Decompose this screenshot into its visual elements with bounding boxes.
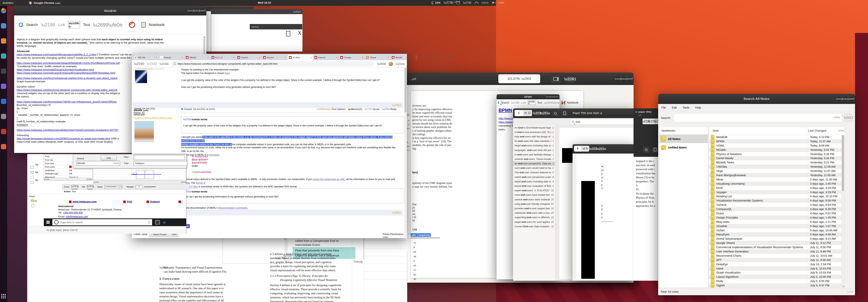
- notebook-button[interactable]: Notebook: [149, 23, 164, 27]
- search-result-item[interactable]: target end-users including data scient…1: [513, 143, 555, 148]
- minimize-icon[interactable]: \u2212: [616, 77, 620, 81]
- note-row[interactable]: BiDaML TasksYesterday, 5:21 PM: [709, 160, 844, 165]
- search-icon[interactable]: [643, 146, 650, 153]
- search-icon[interactable]: [551, 110, 559, 116]
- tab-travers[interactable]: ▤travers×: [262, 55, 287, 60]
- no-entry-icon[interactable]: [129, 22, 135, 28]
- tab-re-re[interactable]: MRE: Re×: [133, 55, 159, 60]
- back-icon[interactable]: \u2190: [134, 62, 144, 66]
- property-row[interactable]: UnderlineOff: [44, 169, 92, 172]
- link-button[interactable]: Link: [58, 23, 65, 27]
- search-result-item[interactable]: provides end-to-end support betwee…10: [513, 206, 555, 211]
- note-row[interactable]: VegaYesterday, 11:07 AM: [709, 169, 844, 173]
- search-result-item[interactable]: for end-users like data scientists, for …: [513, 139, 555, 143]
- minimize-icon[interactable]: \u2212: [837, 97, 841, 101]
- minimize-icon[interactable]: \u2212: [422, 56, 430, 59]
- menu-file[interactable]: File: [661, 106, 666, 109]
- extension-tray-icon[interactable]: \u2756: [463, 1, 471, 4]
- search-result-item[interactable]: supporting end-users in different do…10: [513, 215, 555, 220]
- search-result-item[interactable]: several end-users were undertaken to…10: [513, 197, 555, 202]
- filter-input[interactable]: [134, 155, 185, 160]
- scroll-down-icon[interactable]: \u25be: [842, 286, 845, 287]
- note-row[interactable]: UWDataYesterday, 11:08 AM: [709, 165, 844, 169]
- page-number-input[interactable]: 1: [515, 110, 523, 116]
- note-row[interactable]: DIVE3 days ago, 3:29 PM: [709, 186, 844, 190]
- format-link[interactable]: format of: [196, 181, 206, 184]
- page-number-input[interactable]: 4: [574, 146, 581, 152]
- close-icon[interactable]: \u00d7: [293, 10, 301, 13]
- text-button[interactable]: Text: [83, 23, 90, 27]
- chrome-menu-icon[interactable]: \u22ee: [396, 62, 405, 65]
- avatar[interactable]: [389, 62, 393, 66]
- search-result-item[interactable]: useful end-user perspective evaluatio…9: [513, 175, 555, 179]
- menu-edit[interactable]: Edit: [672, 106, 677, 109]
- maximize-icon[interactable]: \u25a1: [843, 97, 847, 101]
- gear-icon[interactable]: \u2699\ufe0e: [544, 101, 560, 104]
- text-style-icon[interactable]: a\u1d9c b: [528, 100, 535, 105]
- scrollbar[interactable]: \u25be: [841, 135, 844, 288]
- note-link[interactable]: https://www.metacase.com/forums/traversa…: [17, 77, 117, 79]
- tab-close-icon[interactable]: ×: [156, 56, 157, 59]
- tab-close-icon[interactable]: ×: [182, 56, 183, 59]
- sidebar-toggle-icon[interactable]: [651, 146, 659, 153]
- search-icon[interactable]: [498, 101, 499, 104]
- search-result-item[interactable]: most end-users have limited technica…10: [513, 193, 555, 197]
- note-row[interactable]: GgplotJuly 5, 6:47 PM: [709, 283, 844, 288]
- menu-help[interactable]: Help: [695, 106, 701, 109]
- tab-close-icon[interactable]: ×: [285, 56, 286, 59]
- edge-icon[interactable]: e: [163, 219, 166, 225]
- tab-metae[interactable]: ▤MetaE×: [391, 55, 416, 60]
- web-link[interactable]: FAQ: [127, 200, 132, 203]
- search-result-item[interactable]: An End-to-End Model-based Approac…1: [513, 126, 555, 130]
- tab-ui-desi[interactable]: ▤UI desi×: [287, 55, 313, 60]
- note-row[interactable]: APTJuly 11, 8:30 AM: [709, 258, 844, 262]
- line-style-select[interactable]: \u2228: [104, 185, 122, 189]
- note-row[interactable]: Design Principles4 days ago, 1:45 PM: [709, 215, 844, 220]
- tab-close-icon[interactable]: ×: [233, 56, 235, 59]
- dock-app-icon[interactable]: [1, 129, 6, 134]
- zoom-in-icon[interactable]: +: [407, 114, 410, 116]
- post-options-button[interactable]: \u2699\ufe0e Post Options: [317, 108, 345, 110]
- evince-zoom-control[interactable]: 121.07%\u2304: [498, 74, 540, 83]
- search-result-item[interactable]: an end-user perspective. Data analyti…1: [513, 162, 555, 166]
- color-select[interactable]: \u2613 \u2228: [71, 185, 78, 189]
- app-menu-button[interactable]: Google Chrome \u25be: [34, 1, 60, 4]
- web-link[interactable]: Support: [150, 200, 160, 203]
- close-icon[interactable]: \u00d7: [200, 9, 205, 13]
- note-row[interactable]: ShowMe5 days ago, 1:07 PM: [709, 224, 844, 228]
- help-button[interactable]: Help: [101, 156, 117, 161]
- reload-icon[interactable]: \u21bb: [160, 62, 168, 65]
- temperature-indicator[interactable]: 10%: [435, 1, 440, 4]
- back-to-top-icon[interactable]: \u25b2: [392, 211, 401, 214]
- note-row[interactable]: Reading List4 days ago, 10:10 PM: [709, 194, 844, 198]
- maximize-icon[interactable]: \u25a1: [194, 9, 198, 13]
- new-tab-button[interactable]: +: [417, 55, 419, 59]
- tab-travers[interactable]: ▤travers×: [236, 55, 262, 60]
- symbol-canvas[interactable]: \u25c4: [93, 169, 186, 180]
- export-xml-link[interactable]: export the metamodel as XML: [313, 178, 345, 180]
- column-header-note[interactable]: Note: [713, 129, 719, 132]
- tab-close-icon[interactable]: ×: [207, 56, 209, 59]
- show-applications-icon[interactable]: [1, 294, 6, 299]
- tab-metac[interactable]: ▤MetaC×: [184, 55, 210, 60]
- find-input[interactable]: end-: [570, 119, 638, 125]
- tab-close-icon[interactable]: ×: [413, 56, 414, 59]
- note-row[interactable]: VOWLToday, 8:09 AM: [709, 143, 844, 148]
- property-row[interactable]: StrikethroughOff: [44, 172, 92, 176]
- maximize-icon[interactable]: \u25a1: [551, 95, 554, 98]
- search-result-item[interactable]: such end-users would need to have a …2: [513, 166, 555, 170]
- note-row[interactable]: BiDaMLYesterday, 5:52 PM: [709, 148, 844, 152]
- resize-grip[interactable]: \u22f0: [847, 291, 853, 293]
- search-result-item[interactable]: languages, end-user tools We present…1: [513, 148, 555, 153]
- email-link[interactable]: info@metacase.com: [66, 215, 88, 218]
- search-result-item[interactable]: using end-user friendly metaphors. A…10: [513, 202, 555, 206]
- quote-button[interactable]: \u275d Quote: [365, 108, 379, 110]
- note-row[interactable]: Physics of NotationsYesterday, 5:35 PM: [709, 152, 844, 156]
- note-link[interactable]: https://www.metacase.com/download/metaed…: [17, 62, 120, 64]
- thanks-button[interactable]: \u263a Thanks(0): [348, 108, 362, 110]
- note-row[interactable]: PlotlyJuly 5, 6:55 PM: [709, 279, 844, 283]
- text-button[interactable]: Text: [537, 101, 542, 104]
- dock-app-icon[interactable]: [1, 99, 6, 104]
- here-link[interactable]: here: [225, 72, 229, 74]
- tab-search[interactable]: ▲Search×: [159, 55, 184, 60]
